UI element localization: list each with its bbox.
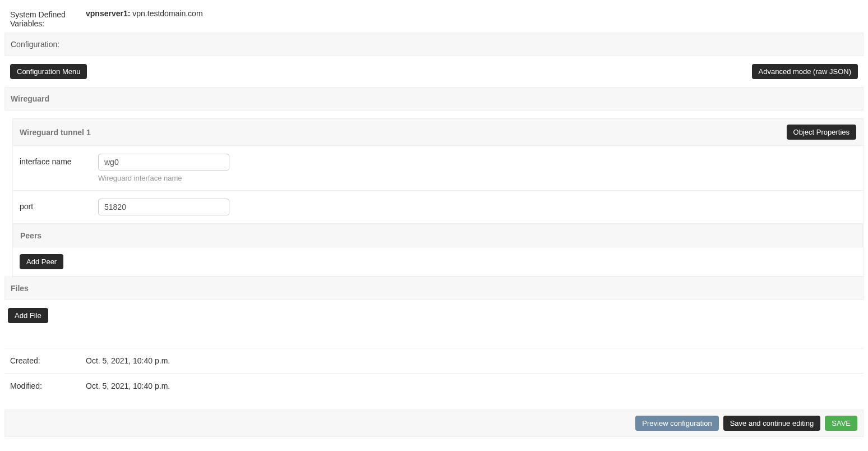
advanced-mode-button[interactable]: Advanced mode (raw JSON) <box>752 64 858 79</box>
port-input[interactable] <box>98 199 229 215</box>
configuration-header: Configuration: <box>4 33 864 56</box>
created-label: Created: <box>10 356 86 365</box>
configuration-toolbar: Configuration Menu Advanced mode (raw JS… <box>4 56 864 87</box>
add-peer-button[interactable]: Add Peer <box>20 254 63 269</box>
object-properties-button[interactable]: Object Properties <box>787 125 856 140</box>
wireguard-tunnel-header: Wireguard tunnel 1 Object Properties <box>12 118 864 146</box>
save-continue-button[interactable]: Save and continue editing <box>723 416 821 431</box>
wireguard-tunnel-title: Wireguard tunnel 1 <box>20 128 91 137</box>
add-file-row: Add File <box>4 300 864 331</box>
created-row: Created: Oct. 5, 2021, 10:40 p.m. <box>4 348 864 373</box>
sysvars-varname: vpnserver1: <box>86 9 130 18</box>
wireguard-tunnel-body: interface name Wireguard interface name … <box>12 146 864 277</box>
interface-name-input[interactable] <box>98 154 229 171</box>
system-defined-variables-row: System Defined Variables: vpnserver1: vp… <box>4 4 864 33</box>
interface-name-row: interface name Wireguard interface name <box>13 146 863 191</box>
sysvars-varvalue: vpn.testdomain.com <box>132 9 202 18</box>
interface-name-help: Wireguard interface name <box>98 174 229 182</box>
preview-configuration-button[interactable]: Preview configuration <box>635 416 718 431</box>
modified-label: Modified: <box>10 381 86 390</box>
peers-header: Peers <box>13 224 863 247</box>
wireguard-section-header: Wireguard <box>4 87 864 111</box>
modified-value: Oct. 5, 2021, 10:40 p.m. <box>86 381 170 390</box>
add-file-button[interactable]: Add File <box>8 308 48 323</box>
sysvars-value: vpnserver1: vpn.testdomain.com <box>86 9 858 18</box>
port-label: port <box>20 199 98 211</box>
files-section-header: Files <box>4 277 864 300</box>
configuration-menu-button[interactable]: Configuration Menu <box>10 64 87 79</box>
modified-row: Modified: Oct. 5, 2021, 10:40 p.m. <box>4 373 864 398</box>
footer-actions: Preview configuration Save and continue … <box>4 409 864 437</box>
created-value: Oct. 5, 2021, 10:40 p.m. <box>86 356 170 365</box>
save-button[interactable]: SAVE <box>825 416 857 431</box>
sysvars-label: System Defined Variables: <box>10 9 86 28</box>
add-peer-row: Add Peer <box>13 247 863 276</box>
port-row: port <box>13 191 863 224</box>
interface-name-label: interface name <box>20 154 98 166</box>
wireguard-tunnel-container: Wireguard tunnel 1 Object Properties int… <box>12 118 864 277</box>
